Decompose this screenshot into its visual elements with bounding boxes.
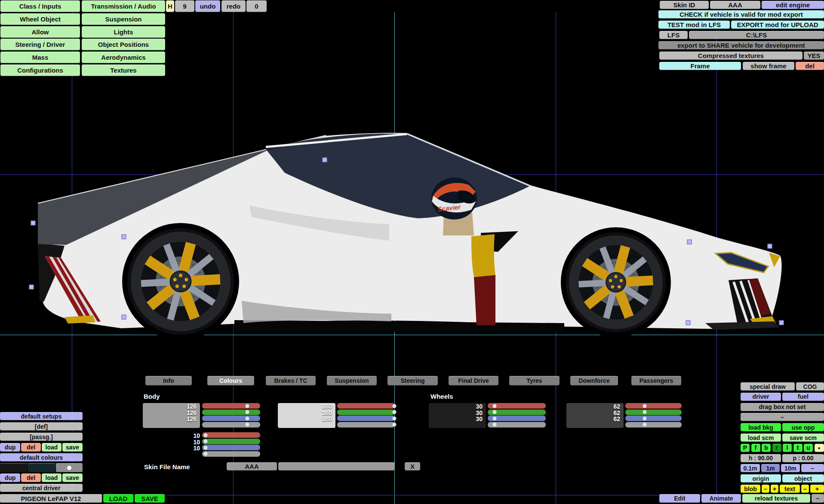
body1-shine-slider[interactable]: [202, 422, 260, 428]
colours-del-button[interactable]: del: [21, 473, 41, 482]
drag-box-status[interactable]: drag box not set: [741, 403, 824, 411]
wheel2-shine-slider[interactable]: [625, 422, 682, 428]
menu-object-positions[interactable]: Object Positions: [82, 39, 165, 50]
reload-dash-button[interactable]: –: [812, 494, 824, 503]
body3-blue-slider[interactable]: [202, 445, 260, 450]
setup-def-item[interactable]: [def]: [0, 422, 83, 431]
blob-plus-button[interactable]: +: [771, 485, 778, 493]
menu-configurations[interactable]: Configurations: [0, 64, 80, 76]
view-toggle-r-selected[interactable]: r: [772, 444, 781, 452]
frame-del-button[interactable]: del: [796, 62, 824, 70]
blob-minus-button[interactable]: –: [762, 485, 769, 493]
body1-red-slider[interactable]: [202, 403, 260, 409]
skin-id-value[interactable]: AAA: [710, 1, 760, 9]
colour-preset-2[interactable]: [28, 463, 55, 472]
redo-button[interactable]: redo: [221, 0, 246, 12]
body2-shine-slider[interactable]: [337, 422, 395, 428]
wheel2-blue-slider[interactable]: [625, 415, 682, 421]
tab-colours[interactable]: Colours: [207, 376, 254, 385]
slider-handle[interactable]: [246, 423, 249, 427]
slider-handle[interactable]: [643, 410, 646, 414]
setup-save-button[interactable]: save: [62, 443, 83, 452]
menu-wheel-object[interactable]: Wheel Object: [0, 13, 80, 25]
default-colours-header[interactable]: default colours: [0, 453, 83, 461]
save-scm-button[interactable]: save scm: [782, 434, 824, 442]
slider-handle[interactable]: [643, 404, 646, 408]
body1-blue-slider[interactable]: [202, 415, 260, 421]
text-plus-button[interactable]: +: [810, 485, 824, 493]
compressed-textures-label[interactable]: Compressed textures: [659, 52, 802, 60]
object-button[interactable]: object: [782, 474, 824, 483]
wheel-colour-swatch-1[interactable]: 30 30 30: [429, 403, 486, 428]
slider-handle[interactable]: [493, 404, 497, 408]
blob-button[interactable]: blob: [741, 485, 760, 493]
show-frame-button[interactable]: show frame: [743, 62, 794, 70]
slider-handle[interactable]: [204, 452, 208, 456]
step-1m-button-selected[interactable]: 1m: [761, 464, 780, 472]
animate-mode-button[interactable]: Animate: [701, 494, 741, 503]
colours-dup-button[interactable]: dup: [0, 473, 20, 482]
slider-handle[interactable]: [392, 416, 396, 420]
undo-button[interactable]: undo: [195, 0, 220, 12]
body2-red-slider[interactable]: [337, 403, 395, 409]
slider-handle[interactable]: [493, 416, 497, 420]
tab-brakes-tc[interactable]: Brakes / TC: [266, 376, 316, 385]
step-10m-button[interactable]: 10m: [781, 464, 800, 472]
selection-handle[interactable]: [122, 315, 126, 320]
default-setups-header[interactable]: default setups: [0, 412, 83, 420]
wheel1-shine-slider[interactable]: [488, 422, 546, 428]
skin-file-name-field[interactable]: [278, 462, 395, 470]
fuel-button[interactable]: fuel: [782, 393, 824, 401]
menu-mass[interactable]: Mass: [0, 52, 80, 63]
selection-handle[interactable]: [323, 158, 327, 162]
lfs-path-field[interactable]: C:\LFS: [689, 31, 824, 39]
edit-mode-button[interactable]: Edit: [659, 494, 700, 503]
selection-handle[interactable]: [31, 221, 36, 226]
skin-file-name-button[interactable]: AAA: [227, 462, 277, 470]
slider-handle[interactable]: [493, 423, 497, 427]
selection-handle[interactable]: [779, 321, 784, 325]
slider-handle[interactable]: [392, 410, 396, 414]
slider-handle[interactable]: [392, 404, 396, 408]
tab-passengers[interactable]: Passengers: [631, 376, 681, 385]
edit-engine-button[interactable]: edit engine: [762, 1, 824, 9]
slider-handle[interactable]: [493, 410, 497, 414]
setup-del-button[interactable]: del: [21, 443, 41, 452]
selection-handle[interactable]: [686, 321, 691, 325]
text-minus-button[interactable]: –: [801, 485, 809, 493]
tab-suspension[interactable]: Suspension: [327, 376, 377, 385]
drag-box-value[interactable]: –: [741, 413, 824, 421]
tab-info[interactable]: Info: [145, 376, 192, 385]
origin-button[interactable]: origin: [741, 474, 781, 483]
selection-handle[interactable]: [122, 235, 126, 239]
frame-button[interactable]: Frame: [659, 62, 741, 70]
tab-tyres[interactable]: Tyres: [509, 376, 560, 385]
selection-handle[interactable]: [29, 285, 34, 290]
use-opp-button[interactable]: use opp: [782, 423, 824, 431]
body-colour-swatch-1[interactable]: 126 126 126: [143, 403, 200, 428]
export-share-button[interactable]: export to SHARE vehicle for development: [658, 41, 824, 49]
body3-shine-slider[interactable]: [202, 451, 260, 457]
body-colour-swatch-2[interactable]: 160 160 160: [278, 403, 335, 428]
colours-load-button[interactable]: load: [42, 473, 61, 482]
menu-textures[interactable]: Textures: [82, 64, 165, 76]
body2-blue-slider[interactable]: [337, 415, 395, 421]
colour-preset-3-selected[interactable]: [56, 463, 83, 472]
central-driver-button[interactable]: central driver: [0, 484, 83, 492]
view-toggle-f[interactable]: f: [751, 444, 760, 452]
step-dash-button[interactable]: –: [801, 464, 824, 472]
menu-steering-driver[interactable]: Steering / Driver: [0, 39, 80, 50]
selection-handle[interactable]: [768, 244, 772, 249]
compressed-textures-toggle[interactable]: YES: [804, 52, 824, 60]
slider-handle[interactable]: [246, 404, 249, 408]
test-mod-button[interactable]: TEST mod in LFS: [658, 21, 730, 29]
menu-class-inputs[interactable]: Class / Inputs: [0, 0, 80, 12]
setup-passg-item[interactable]: [passg.]: [0, 433, 83, 441]
slider-handle[interactable]: [204, 446, 208, 449]
load-bkg-button[interactable]: load bkg: [741, 423, 781, 431]
wheel1-green-slider[interactable]: [488, 409, 546, 415]
menu-lights[interactable]: Lights: [82, 26, 165, 38]
setup-load-button[interactable]: load: [42, 443, 61, 452]
special-draw-button[interactable]: special draw: [741, 382, 795, 391]
body3-green-slider[interactable]: [202, 439, 260, 444]
